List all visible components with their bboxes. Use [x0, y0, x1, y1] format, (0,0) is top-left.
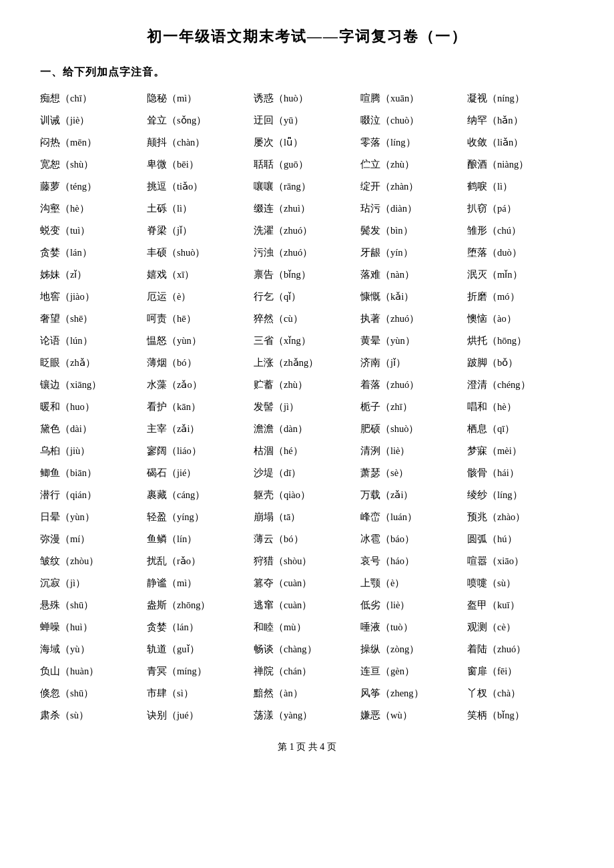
vocab-item: 沙堤（dī）	[254, 463, 360, 483]
vocab-item: 卑微（bēi）	[147, 155, 254, 174]
vocab-item: 薄烟（bó）	[147, 353, 254, 373]
vocab-item: 栖息（qī）	[467, 419, 574, 439]
vocab-item: 负山（huàn）	[40, 662, 147, 681]
vocab-item: 啜泣（chuò）	[360, 111, 467, 130]
vocab-item: 厄运（è）	[147, 287, 254, 306]
vocab-item: 市肆（sì）	[147, 684, 254, 703]
vocab-item: 轻盈（yíng）	[147, 507, 254, 527]
vocab-item: 喷嚏（sù）	[467, 574, 574, 593]
vocab-item: 峰峦（luán）	[360, 507, 467, 527]
vocab-item: 耸立（sǒng）	[147, 111, 254, 130]
vocab-item: 禀告（bǐng）	[254, 265, 360, 284]
vocab-item: 轨道（guǐ）	[147, 640, 254, 659]
section1-title: 一、给下列加点字注音。	[40, 65, 574, 79]
vocab-item: 连亘（gèn）	[360, 662, 467, 681]
vocab-item: 预兆（zhào）	[467, 507, 574, 527]
vocab-item: 颠抖（chàn）	[147, 133, 254, 152]
vocab-item: 洗濯（zhuó）	[254, 221, 360, 240]
vocab-item: 着陆（zhuó）	[467, 640, 574, 659]
vocab-item: 泯灭（mǐn）	[467, 265, 574, 284]
vocab-item: 水藻（zǎo）	[147, 375, 254, 395]
vocab-item: 澄清（chéng）	[467, 375, 574, 395]
vocab-item: 狩猎（shòu）	[254, 552, 360, 571]
vocab-item: 眨眼（zhǎ）	[40, 353, 147, 373]
vocab-item: 观测（cè）	[467, 618, 574, 637]
vocab-item: 篡夺（cuàn）	[254, 574, 360, 593]
vocab-grid: 痴想（chī）隐秘（mì）诱惑（huò）喧腾（xuān）凝视（níng）训诫（j…	[40, 89, 574, 725]
vocab-item: 逃窜（cuàn）	[254, 596, 360, 615]
vocab-item: 乌桕（jiù）	[40, 441, 147, 461]
vocab-item: 纳罕（hǎn）	[467, 111, 574, 130]
vocab-item: 裹藏（cáng）	[147, 485, 254, 505]
vocab-item: 闷热（mēn）	[40, 133, 147, 152]
vocab-item: 倏忽（shū）	[40, 684, 147, 703]
vocab-item: 喧腾（xuān）	[360, 89, 467, 108]
vocab-item: 主宰（zǎi）	[147, 419, 254, 439]
vocab-item: 黯然（àn）	[254, 684, 360, 703]
vocab-item: 和睦（mù）	[254, 618, 360, 637]
vocab-item: 静谧（mì）	[147, 574, 254, 593]
vocab-item: 畅谈（chàng）	[254, 640, 360, 659]
vocab-item: 上涨（zhǎng）	[254, 353, 360, 373]
vocab-item: 屡次（lǚ）	[254, 133, 360, 152]
page-title: 初一年级语文期末考试——字词复习卷（一）	[40, 27, 574, 47]
vocab-item: 酿酒（niàng）	[467, 155, 574, 174]
vocab-item: 鹤唳（lì）	[467, 177, 574, 196]
vocab-item: 圆弧（hú）	[467, 529, 574, 549]
vocab-item: 喧嚣（xiāo）	[467, 552, 574, 571]
vocab-item: 贮蓄（zhù）	[254, 375, 360, 395]
vocab-item: 海域（yù）	[40, 640, 147, 659]
vocab-item: 寥阔（liáo）	[147, 441, 254, 461]
vocab-item: 发髻（jì）	[254, 397, 360, 417]
vocab-item: 哀号（háo）	[360, 552, 467, 571]
vocab-item: 沟壑（hè）	[40, 199, 147, 218]
vocab-item: 脊梁（jǐ）	[147, 221, 254, 240]
vocab-item: 丫杈（chà）	[467, 684, 574, 703]
vocab-item: 论语（lún）	[40, 331, 147, 351]
vocab-item: 地窖（jiào）	[40, 287, 147, 306]
vocab-item: 落难（nàn）	[360, 265, 467, 284]
vocab-item: 万载（zǎi）	[360, 485, 467, 505]
vocab-item: 笑柄（bǐng）	[467, 706, 574, 725]
vocab-item: 上颚（è）	[360, 574, 467, 593]
vocab-item: 冰雹（báo）	[360, 529, 467, 549]
vocab-item: 折磨（mó）	[467, 287, 574, 306]
vocab-item: 骸骨（hái）	[467, 463, 574, 483]
vocab-item: 盔甲（kuī）	[467, 596, 574, 615]
vocab-item: 黄晕（yùn）	[360, 331, 467, 351]
vocab-item: 弥漫（mí）	[40, 529, 147, 549]
vocab-item: 低劣（liè）	[360, 596, 467, 615]
vocab-item: 挑逗（tiǎo）	[147, 177, 254, 196]
vocab-item: 痴想（chī）	[40, 89, 147, 108]
vocab-item: 碣石（jié）	[147, 463, 254, 483]
vocab-item: 诱惑（huò）	[254, 89, 360, 108]
vocab-item: 潜行（qián）	[40, 485, 147, 505]
vocab-item: 枯涸（hé）	[254, 441, 360, 461]
vocab-item: 执著（zhuó）	[360, 309, 467, 329]
vocab-item: 唾液（tuò）	[360, 618, 467, 637]
vocab-item: 诀别（jué）	[147, 706, 254, 725]
vocab-item: 鬓发（bìn）	[360, 221, 467, 240]
vocab-item: 黛色（dài）	[40, 419, 147, 439]
vocab-item: 丰硕（shuò）	[147, 243, 254, 262]
vocab-item: 栀子（zhī）	[360, 397, 467, 417]
vocab-item: 牙龈（yín）	[360, 243, 467, 262]
vocab-item: 三省（xǐng）	[254, 331, 360, 351]
vocab-item: 猝然（cù）	[254, 309, 360, 329]
vocab-item: 聒聒（guō）	[254, 155, 360, 174]
vocab-item: 姊妹（zǐ）	[40, 265, 147, 284]
vocab-item: 贪婪（lán）	[40, 243, 147, 262]
vocab-item: 薄云（bó）	[254, 529, 360, 549]
vocab-item: 玷污（diàn）	[360, 199, 467, 218]
vocab-item: 缀连（zhuì）	[254, 199, 360, 218]
vocab-item: 澹澹（dàn）	[254, 419, 360, 439]
vocab-item: 嚷嚷（rāng）	[254, 177, 360, 196]
vocab-item: 行乞（qǐ）	[254, 287, 360, 306]
vocab-item: 雏形（chú）	[467, 221, 574, 240]
vocab-item: 愠怒（yùn）	[147, 331, 254, 351]
vocab-item: 皱纹（zhòu）	[40, 552, 147, 571]
vocab-item: 清洌（liè）	[360, 441, 467, 461]
vocab-item: 着落（zhuó）	[360, 375, 467, 395]
vocab-item: 绫纱（líng）	[467, 485, 574, 505]
vocab-item: 肃杀（sù）	[40, 706, 147, 725]
